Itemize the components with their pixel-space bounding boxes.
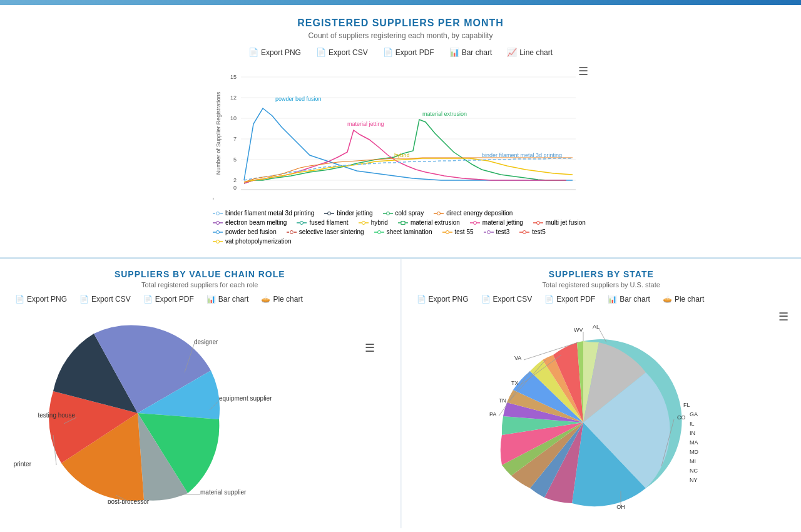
svg-text:2021 Feb: 2021 Feb	[213, 195, 215, 202]
line-chart-icon: 📈	[507, 48, 517, 57]
svg-text:FL: FL	[683, 402, 690, 408]
svg-text:NY: NY	[690, 477, 698, 483]
svg-point-60	[377, 230, 380, 233]
svg-point-52	[473, 221, 476, 224]
left-export-png-button[interactable]: 📄 Export PNG	[13, 294, 69, 305]
svg-text:TX: TX	[511, 380, 519, 386]
legend-item: powder bed fusion	[213, 228, 277, 235]
svg-text:material jetting: material jetting	[347, 121, 384, 127]
svg-text:CO: CO	[677, 414, 686, 421]
svg-text:VA: VA	[514, 355, 521, 361]
right-png-icon: 📄	[417, 295, 426, 304]
svg-point-66	[523, 230, 526, 233]
chart-menu-icon[interactable]: ☰	[578, 64, 588, 78]
svg-text:MI: MI	[690, 458, 696, 464]
main-container: REGISTERED SUPPLIERS PER MONTH Count of …	[0, 5, 801, 532]
export-pdf-button[interactable]: 📄 Export PDF	[380, 46, 437, 58]
left-export-bar: 📄 Export PNG 📄 Export CSV 📄 Export PDF 📊…	[13, 294, 387, 305]
bottom-right-section: SUPPLIERS BY STATE Total registered supp…	[402, 259, 802, 528]
legend-item: electron beam melting	[213, 219, 287, 226]
legend-item: vat photopolymerization	[213, 238, 292, 245]
top-chart-section: REGISTERED SUPPLIERS PER MONTH Count of …	[0, 5, 801, 259]
right-export-png-button[interactable]: 📄 Export PNG	[414, 294, 471, 305]
svg-point-68	[217, 240, 220, 243]
svg-text:equipment supplier: equipment supplier	[219, 395, 272, 402]
svg-text:Number of Supplier Registratio: Number of Supplier Registrations	[215, 91, 222, 175]
legend-item: material jetting	[470, 219, 523, 226]
svg-text:0: 0	[233, 185, 237, 191]
right-export-pdf-button[interactable]: 📄 Export PDF	[542, 294, 598, 305]
right-pie-chart: OH CO FL GA IL IN MA MD MI NC NY VA WV	[414, 310, 758, 510]
legend-item: test 55	[442, 228, 474, 235]
right-export-csv-button[interactable]: 📄 Export CSV	[479, 294, 535, 305]
legend-item: material extrusion	[398, 219, 460, 226]
svg-text:material extrusion: material extrusion	[422, 111, 467, 117]
bar-chart-button[interactable]: 📊 Bar chart	[447, 46, 495, 58]
left-menu-icon[interactable]: ☰	[365, 341, 375, 355]
right-bar-icon: 📊	[608, 295, 617, 304]
line-chart-button[interactable]: 📈 Line chart	[504, 46, 555, 58]
svg-text:printer: printer	[14, 461, 32, 468]
svg-text:AL: AL	[593, 324, 599, 330]
right-pie-icon: 🥧	[663, 295, 672, 304]
export-csv-button[interactable]: 📄 Export CSV	[314, 46, 370, 58]
legend-item: multi jet fusion	[533, 219, 586, 226]
right-pie-wrapper: ☰	[414, 310, 789, 513]
top-chart-title: REGISTERED SUPPLIERS PER MONTH	[25, 18, 776, 29]
svg-text:IN: IN	[690, 430, 695, 436]
top-bar	[0, 0, 801, 5]
right-csv-icon: 📄	[481, 295, 491, 304]
svg-text:designer: designer	[194, 339, 218, 345]
right-chart-title: SUPPLIERS BY STATE	[414, 269, 789, 279]
svg-text:12: 12	[230, 95, 237, 101]
right-pie-chart-button[interactable]: 🥧 Pie chart	[660, 294, 707, 305]
legend-item: sheet lamination	[374, 228, 432, 235]
svg-point-48	[362, 221, 365, 224]
svg-text:post-processor: post-processor	[108, 498, 150, 504]
svg-text:binder filament metal 3d print: binder filament metal 3d printing	[482, 152, 562, 158]
svg-point-38	[328, 212, 331, 215]
svg-point-64	[487, 230, 490, 233]
svg-text:NC: NC	[690, 468, 698, 474]
bottom-left-section: SUPPLIERS BY VALUE CHAIN ROLE Total regi…	[0, 259, 400, 528]
left-chart-subtitle: Total registered suppliers for each role	[13, 281, 387, 289]
svg-text:WV: WV	[574, 327, 583, 333]
svg-point-54	[536, 221, 539, 224]
left-pdf-icon: 📄	[143, 295, 153, 304]
left-pie-wrapper: ☰	[13, 310, 387, 506]
pdf-icon: 📄	[383, 48, 393, 57]
right-bar-chart-button[interactable]: 📊 Bar chart	[605, 294, 653, 305]
legend-item: fused filament	[297, 219, 348, 226]
svg-text:15: 15	[230, 74, 237, 80]
left-export-pdf-button[interactable]: 📄 Export PDF	[141, 294, 196, 305]
export-png-button[interactable]: 📄 Export PNG	[246, 46, 304, 58]
left-pie-icon: 🥧	[261, 295, 270, 304]
svg-point-62	[446, 230, 449, 233]
bottom-section: SUPPLIERS BY VALUE CHAIN ROLE Total regi…	[0, 259, 801, 528]
top-chart-legend: binder filament metal 3d printing binder…	[213, 210, 588, 245]
left-bar-chart-button[interactable]: 📊 Bar chart	[204, 294, 252, 305]
legend-item: test3	[484, 228, 510, 235]
svg-text:2021 Apr: 2021 Apr	[213, 201, 223, 202]
svg-point-42	[437, 212, 441, 215]
left-export-csv-button[interactable]: 📄 Export CSV	[77, 294, 133, 305]
left-chart-title: SUPPLIERS BY VALUE CHAIN ROLE	[13, 269, 387, 279]
top-export-bar: 📄 Export PNG 📄 Export CSV 📄 Export PDF 📊…	[25, 46, 776, 58]
line-chart-svg: Number of Supplier Registrations 15 12 1…	[213, 64, 588, 202]
svg-text:PA: PA	[489, 411, 496, 417]
legend-item: selective laser sintering	[287, 228, 364, 235]
svg-text:material supplier: material supplier	[200, 489, 247, 496]
svg-text:powder bed fusion: powder bed fusion	[275, 96, 322, 102]
right-menu-icon[interactable]: ☰	[778, 310, 788, 324]
svg-rect-50	[401, 221, 405, 224]
svg-point-36	[217, 212, 220, 215]
svg-point-46	[300, 221, 304, 224]
legend-item: hybrid	[359, 219, 388, 226]
svg-text:MA: MA	[690, 439, 698, 446]
svg-point-40	[386, 212, 389, 215]
svg-text:7: 7	[233, 136, 237, 142]
left-csv-icon: 📄	[79, 295, 89, 304]
left-bar-icon: 📊	[207, 295, 216, 304]
line-chart-container: ☰ Number of Supplier Registrations 15 12…	[213, 64, 588, 245]
left-pie-chart-button[interactable]: 🥧 Pie chart	[258, 294, 305, 305]
